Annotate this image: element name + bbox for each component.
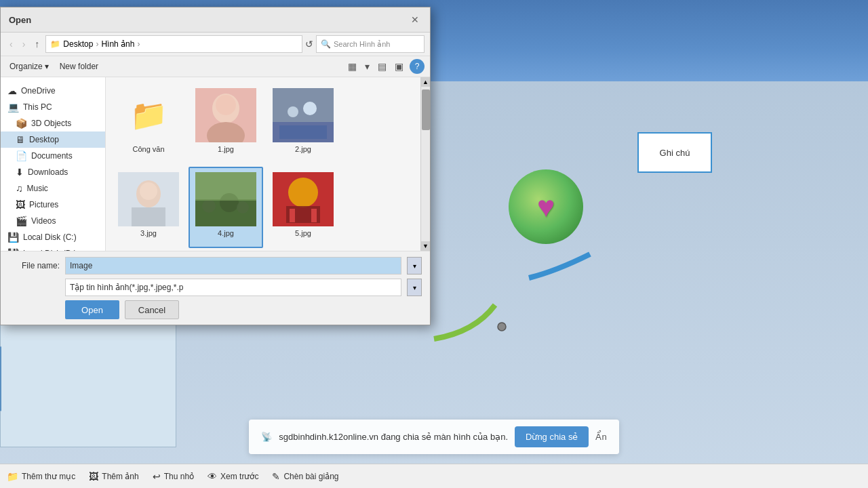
notification-text: sgdbinhdinh.k12online.vn đang chia sẻ mà…	[279, 432, 508, 442]
taskbar-label-minimize: Thu nhỏ	[164, 472, 194, 481]
left-panel-music[interactable]: ♫ Music	[1, 180, 105, 197]
taskbar-item-minimize[interactable]: ↩ Thu nhỏ	[153, 471, 194, 482]
help-button[interactable]: ?	[410, 59, 425, 74]
stop-share-button[interactable]: Dừng chia sẻ	[515, 426, 589, 447]
left-panel-label: Videos	[31, 216, 56, 226]
file-thumb-3jpg	[118, 172, 179, 226]
filename-dropdown-button[interactable]: ▾	[407, 257, 422, 274]
left-panel-documents[interactable]: 📄 Documents	[1, 148, 105, 164]
open-button[interactable]: Open	[65, 300, 119, 319]
file-thumb-1jpg	[195, 88, 256, 142]
svg-rect-34	[290, 209, 295, 222]
svg-rect-30	[195, 172, 256, 201]
folder-thumb-congvan: 📁	[118, 88, 179, 142]
scroll-down-button[interactable]: ▼	[421, 241, 431, 251]
left-panel-label: Pictures	[29, 200, 58, 209]
filename-input[interactable]	[65, 257, 401, 274]
scroll-up-button[interactable]: ▲	[421, 77, 431, 87]
left-panel-label: This PC	[23, 102, 52, 112]
svg-point-27	[202, 199, 216, 213]
side-panel-tab[interactable]: Hiển thị tên nhỏ	[0, 346, 1, 411]
search-box[interactable]: 🔍 Search Hình ảnh	[316, 35, 425, 53]
view-detail-button[interactable]: ▣	[393, 59, 406, 74]
preview-icon: 👁	[208, 471, 217, 482]
taskbar-item-preview[interactable]: 👁 Xem trước	[208, 471, 258, 482]
svg-point-29	[237, 201, 249, 214]
breadcrumb-folder: Hình ảnh	[101, 39, 134, 49]
music-icon: ♫	[16, 183, 23, 194]
hide-notification-button[interactable]: Ẩn	[595, 432, 606, 442]
left-panel-label: OneDrive	[21, 86, 56, 96]
file-item-3jpg[interactable]: 3.jpg	[111, 167, 186, 248]
downloads-icon: ⬇	[16, 167, 24, 178]
taskbar-item-add-folder[interactable]: 📁 Thêm thư mục	[7, 471, 75, 482]
svg-point-32	[288, 178, 318, 207]
left-panel-downloads[interactable]: ⬇ Downloads	[1, 164, 105, 180]
taskbar-label-preview: Xem trước	[220, 472, 258, 481]
dialog-footer: File name: ▾ Tập tin hình ảnh(*.jpg,*.jp…	[1, 251, 430, 325]
svg-rect-35	[311, 209, 317, 222]
mind-map-note-box[interactable]: Ghi chú	[637, 132, 712, 173]
taskbar-item-add-image[interactable]: 🖼 Thêm ảnh	[89, 471, 138, 482]
file-item-1jpg[interactable]: 1.jpg	[189, 83, 263, 164]
filename-label: File name:	[9, 261, 60, 270]
left-panel-label: 3D Objects	[31, 119, 71, 128]
svg-point-24	[140, 182, 157, 200]
organize-dropdown-icon: ▾	[45, 62, 49, 71]
nav-back-button[interactable]: ‹	[6, 37, 16, 51]
breadcrumb-bar[interactable]: 📁 Desktop › Hình ảnh ›	[45, 35, 302, 53]
left-panel-desktop[interactable]: 🖥 Desktop	[1, 131, 105, 148]
svg-rect-23	[132, 207, 165, 226]
refresh-button[interactable]: ↺	[305, 39, 313, 49]
taskbar-label-add-folder: Thêm thư mục	[22, 472, 75, 481]
left-panel: ☁ OneDrive 💻 This PC 📦 3D Objects 🖥 Desk…	[1, 77, 106, 251]
view-list-button[interactable]: ▤	[376, 59, 389, 74]
filetype-dropdown-button[interactable]: ▾	[407, 279, 422, 296]
left-panel-thispc[interactable]: 💻 This PC	[1, 99, 105, 115]
heart-icon: ♥	[537, 190, 555, 224]
file-item-2jpg[interactable]: 2.jpg	[266, 83, 340, 164]
view-icon-button-1[interactable]: ▦	[346, 59, 359, 74]
taskbar-item-insert[interactable]: ✎ Chèn bài giảng	[272, 471, 338, 482]
left-panel-label: Local Disk (C:)	[23, 232, 77, 242]
left-panel-onedrive[interactable]: ☁ OneDrive	[1, 83, 105, 99]
left-panel-label: Desktop	[29, 135, 59, 144]
dialog-actions-toolbar: Organize ▾ New folder ▦ ▾ ▤ ▣ ?	[1, 56, 430, 77]
left-panel-local-c[interactable]: 💾 Local Disk (C:)	[1, 229, 105, 245]
cancel-button[interactable]: Cancel	[125, 300, 179, 319]
left-panel-pictures[interactable]: 🖼 Pictures	[1, 197, 105, 213]
left-panel-videos[interactable]: 🎬 Videos	[1, 213, 105, 229]
file-thumb-2jpg	[273, 88, 334, 142]
nav-up-button[interactable]: ↑	[31, 37, 43, 51]
left-panel-3dobjects[interactable]: 📦 3D Objects	[1, 115, 105, 131]
insert-icon: ✎	[272, 471, 280, 482]
file-item-5jpg[interactable]: 5.jpg	[266, 167, 340, 248]
view-dropdown-button[interactable]: ▾	[363, 59, 372, 74]
file-item-congvan[interactable]: 📁 Công văn	[111, 83, 186, 164]
search-icon: 🔍	[321, 39, 331, 49]
file-name-5jpg: 5.jpg	[295, 229, 311, 237]
filetype-select[interactable]: Tập tin hình ảnh(*.jpg,*.jpeg,*.p	[65, 279, 401, 296]
organize-button[interactable]: Organize ▾	[6, 60, 52, 73]
left-panel-local-d[interactable]: 💾 Local Disk (D:)	[1, 245, 105, 251]
note-box-label: Ghi chú	[660, 148, 690, 158]
filename-row: File name: ▾	[9, 257, 422, 274]
dialog-title: Open	[9, 15, 31, 25]
add-folder-icon: 📁	[7, 471, 18, 482]
breadcrumb-arrow-1: ›	[96, 39, 98, 49]
dialog-close-button[interactable]: ✕	[408, 13, 422, 26]
scroll-thumb[interactable]	[422, 89, 430, 130]
left-panel-label: Downloads	[28, 167, 68, 177]
scrollbar-track[interactable]: ▲ ▼	[420, 77, 430, 251]
file-thumb-5jpg	[273, 172, 334, 226]
desktop-icon: 🖥	[16, 134, 25, 145]
notification-bar: 📡 sgdbinhdinh.k12online.vn đang chia sẻ …	[0, 413, 868, 461]
new-folder-button[interactable]: New folder	[56, 60, 102, 73]
search-placeholder: Search Hình ảnh	[334, 40, 390, 49]
open-file-dialog: Open ✕ ‹ › ↑ 📁 Desktop › Hình ảnh › ↺ 🔍 …	[0, 7, 431, 325]
taskbar-label-insert: Chèn bài giảng	[283, 472, 338, 481]
folder-icon: 📁	[50, 39, 60, 49]
left-panel-label: Documents	[31, 151, 73, 161]
nav-forward-button[interactable]: ›	[19, 37, 29, 51]
file-item-4jpg[interactable]: 4.jpg	[189, 167, 263, 248]
